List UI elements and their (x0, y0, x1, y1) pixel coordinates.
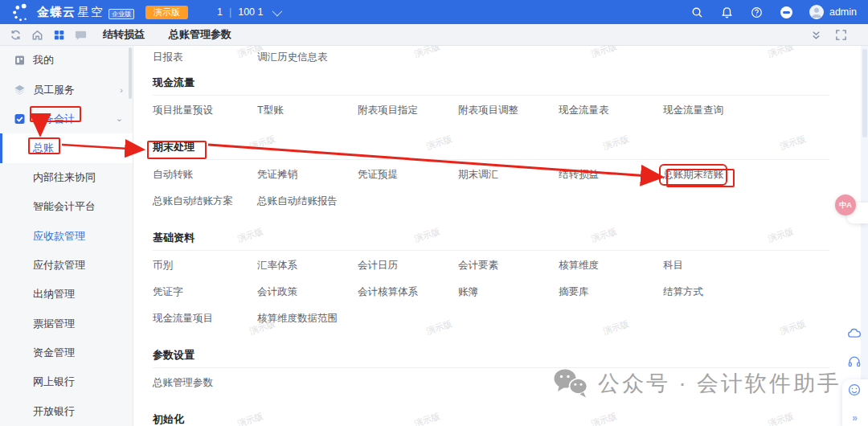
menu-item[interactable]: 项目批量预设 (153, 104, 213, 117)
sidebar-item-label: 内部往来协同 (33, 170, 96, 185)
menu-item[interactable]: 会计日历 (358, 259, 398, 272)
username-label[interactable]: admin (829, 6, 857, 18)
menu-item[interactable]: 结转损益 (559, 168, 599, 182)
sidebar-item-label: 出纳管理 (33, 287, 75, 301)
fullscreen-icon[interactable] (835, 29, 847, 41)
menu-item[interactable]: 总账自动结账方案 (153, 195, 233, 208)
menu-row: 现金流量项目核算维度数据范围 (153, 305, 829, 332)
section-divider (153, 250, 829, 251)
chevron-down-icon (272, 6, 283, 16)
menu-row: 日报表调汇历史信息表 (153, 46, 829, 69)
menu-item[interactable]: 结算方式 (663, 285, 703, 299)
message-icon[interactable] (75, 29, 87, 41)
sidebar-item-label: 智能会计平台 (33, 199, 96, 214)
section-title: 基础资料 (153, 231, 194, 245)
menu-item[interactable]: 附表项目指定 (358, 104, 418, 117)
sidebar-item-hr[interactable]: 员工服务› (0, 75, 133, 104)
smiley-icon[interactable] (847, 383, 862, 397)
menu-item[interactable]: 总账管理参数 (153, 376, 213, 390)
menu-item[interactable]: 核算维度 (559, 259, 599, 272)
sidebar-item-gl[interactable]: 总账 (0, 133, 133, 162)
notification-bell-icon[interactable] (721, 6, 734, 18)
menu-item[interactable]: 账簿 (458, 285, 478, 299)
sidebar-item-ap[interactable]: 应付款管理 (0, 251, 133, 280)
section-title: 现金流量 (153, 76, 194, 90)
menu-item[interactable]: 现金流量表 (559, 104, 609, 117)
sidebar-item-funds[interactable]: 资金管理 (0, 338, 133, 367)
layers-icon (14, 84, 26, 96)
section-title: 期末处理 (153, 140, 194, 154)
refresh-icon[interactable] (10, 29, 22, 41)
menu-item[interactable]: T型账 (257, 104, 284, 117)
sidebar-item-label: 应付款管理 (33, 258, 85, 272)
menu-item[interactable]: 自动转账 (153, 168, 193, 182)
top-header: 金蝶云 星空 企业版 演示版 1 | 100 1 admin (0, 0, 868, 24)
menu-item[interactable]: 现金流量项目 (153, 312, 213, 326)
sidebar-item-internal[interactable]: 内部往来协同 (0, 163, 133, 192)
status-busy-icon[interactable] (780, 6, 792, 18)
search-icon[interactable] (691, 6, 704, 18)
menu-item[interactable]: 凭证字 (153, 285, 183, 299)
sidebar-item-my[interactable]: 我的 (0, 46, 133, 75)
menu-item[interactable]: 调汇历史信息表 (257, 51, 328, 64)
sidebar-item-label: 总账 (33, 141, 54, 155)
sidebar-item-ebank[interactable]: 网上银行 (0, 367, 133, 396)
sidebar-item-notes[interactable]: 票据管理 (0, 309, 133, 338)
help-icon[interactable] (751, 6, 764, 18)
sidebar-item-label: 开放银行 (33, 404, 75, 419)
home-icon[interactable] (31, 29, 43, 41)
menu-item[interactable]: 附表项目调整 (458, 104, 518, 117)
menu-item[interactable]: 日报表 (153, 51, 183, 64)
sidebar-item-finance[interactable]: 财务会计⌄ (0, 104, 133, 133)
sidebar-item-ar[interactable]: 应收款管理 (0, 221, 133, 250)
menu-item[interactable]: 总账期末结账 (663, 168, 723, 182)
headset-icon[interactable] (847, 354, 862, 369)
apps-grid-icon[interactable] (53, 29, 65, 41)
menu-item[interactable]: 摘要库 (559, 285, 589, 299)
menu-item[interactable]: 现金流量查询 (663, 104, 723, 117)
section-divider (153, 159, 829, 160)
tab-bar: 结转损益总账管理参数 (0, 24, 868, 46)
more-chevrons-icon[interactable]: » (847, 411, 862, 425)
sidebar-item-cashier[interactable]: 出纳管理 (0, 280, 133, 309)
module-content: 日报表调汇历史信息表现金流量项目批量预设T型账附表项目指定附表项目调整现金流量表… (133, 46, 862, 426)
menu-item[interactable]: 核算维度数据范围 (257, 312, 338, 326)
menu-item[interactable]: 总账自动结账报告 (257, 195, 338, 208)
menu-item[interactable]: 凭证预提 (358, 168, 398, 182)
side-toolbar: » (842, 326, 866, 425)
module-sidebar: 我的员工服务›财务会计⌄总账内部往来协同智能会计平台应收款管理应付款管理出纳管理… (0, 46, 133, 426)
tab-jzsy[interactable]: 结转损益 (103, 27, 145, 42)
menu-item[interactable]: 会计要素 (458, 259, 498, 272)
cloud-icon[interactable] (847, 326, 862, 341)
chevron-right-icon: › (120, 85, 123, 95)
menu-row: 总账管理参数 (153, 370, 829, 396)
open-tabs: 结转损益总账管理参数 (103, 27, 231, 42)
brand-name-bold: 金蝶云 (37, 5, 76, 20)
sidebar-item-openbank[interactable]: 开放银行 (0, 397, 133, 426)
account-book: 100 1 (238, 6, 263, 18)
menu-item[interactable]: 会计政策 (257, 285, 297, 299)
menu-item[interactable]: 汇率体系 (257, 259, 297, 272)
translate-button[interactable]: 中A (835, 195, 856, 215)
menu-item[interactable]: 会计核算体系 (358, 285, 418, 299)
sidebar-item-label: 网上银行 (33, 375, 75, 389)
menu-row: 币别汇率体系会计日历会计要素核算维度科目 (153, 252, 829, 279)
sidebar-item-label: 员工服务 (33, 83, 75, 97)
account-switcher[interactable]: 1 | 100 1 (217, 6, 280, 18)
kingdee-logo-icon (11, 2, 31, 22)
sidebar-scrollbar[interactable] (129, 47, 132, 99)
sidebar-item-smart[interactable]: 智能会计平台 (0, 192, 133, 221)
menu-item[interactable]: 科目 (663, 259, 683, 272)
account-org: 1 (217, 6, 223, 18)
menu-item[interactable]: 期末调汇 (458, 168, 498, 182)
collapse-tabs-icon[interactable] (810, 29, 822, 41)
menu-row: 自动转账凭证摊销凭证预提期末调汇结转损益总账期末结账 (153, 162, 829, 188)
menu-row: 凭证字会计政策会计核算体系账簿摘要库结算方式 (153, 279, 829, 305)
avatar[interactable] (809, 5, 824, 19)
brand: 金蝶云 星空 企业版 (37, 5, 134, 20)
tab-zzglcs[interactable]: 总账管理参数 (169, 27, 231, 42)
menu-row: 项目批量预设T型账附表项目指定附表项目调整现金流量表现金流量查询 (153, 97, 829, 124)
menu-item[interactable]: 币别 (153, 259, 173, 272)
sidebar-item-label: 我的 (33, 53, 54, 68)
menu-item[interactable]: 凭证摊销 (257, 168, 297, 182)
